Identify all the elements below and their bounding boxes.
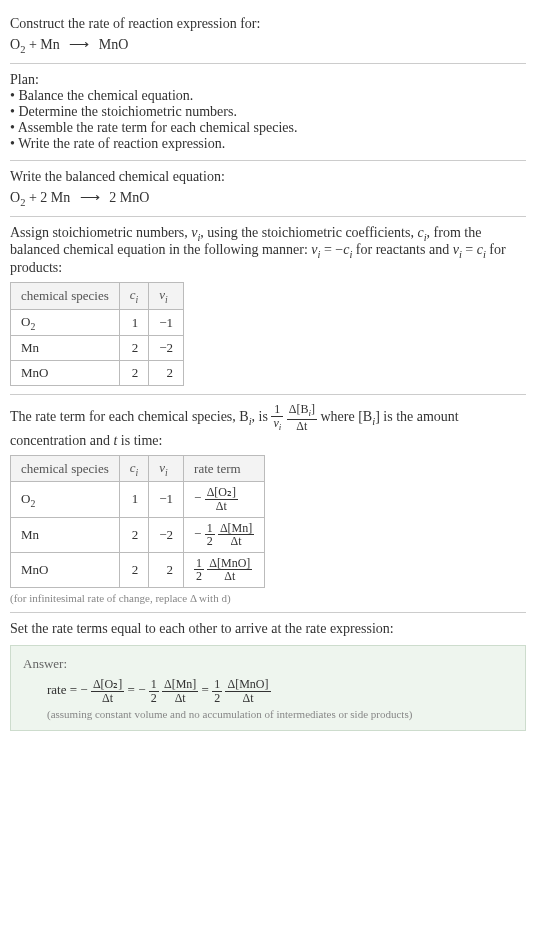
cell-species: O2 xyxy=(11,482,120,517)
rateterm-caption: (for infinitesimal rate of change, repla… xyxy=(10,592,526,604)
rateterm-table: chemical species ci νi rate term O2 1 −1… xyxy=(10,455,265,588)
reactant-o2: O2 xyxy=(10,190,25,205)
balanced-section: Write the balanced chemical equation: O2… xyxy=(10,161,526,217)
final-section: Set the rate terms equal to each other t… xyxy=(10,613,526,739)
answer-box: Answer: rate = − Δ[O₂]Δt = − 12 Δ[Mn]Δt … xyxy=(10,645,526,731)
col-species: chemical species xyxy=(11,283,120,310)
intro-section: Construct the rate of reaction expressio… xyxy=(10,8,526,64)
fraction-1-over-nu: 1 νi xyxy=(271,403,283,432)
cell-nui: −2 xyxy=(149,517,184,552)
final-heading: Set the rate terms equal to each other t… xyxy=(10,621,526,637)
cell-nui: −2 xyxy=(149,336,184,361)
cell-nui: −1 xyxy=(149,482,184,517)
table-row: Mn 2 −2 − 12 Δ[Mn]Δt xyxy=(11,517,265,552)
cell-ci: 2 xyxy=(119,517,149,552)
plus-2mn: + 2 Mn xyxy=(25,190,73,205)
cell-species: MnO xyxy=(11,552,120,587)
term-mno: Δ[MnO]Δt xyxy=(225,678,270,704)
balanced-heading: Write the balanced chemical equation: xyxy=(10,169,526,185)
cell-ci: 2 xyxy=(119,336,149,361)
cell-nui: 2 xyxy=(149,552,184,587)
fraction-dB-dt: Δ[Bi] Δt xyxy=(287,403,317,432)
stoich-table: chemical species ci νi O2 1 −1 Mn 2 −2 M… xyxy=(10,282,184,386)
plan-bullet-4: • Write the rate of reaction expression. xyxy=(10,136,526,152)
stoich-section: Assign stoichiometric numbers, νi, using… xyxy=(10,217,526,396)
product-2mno: 2 MnO xyxy=(106,190,150,205)
rate-expression: rate = − Δ[O₂]Δt = − 12 Δ[Mn]Δt = 12 Δ[M… xyxy=(23,678,513,704)
answer-title: Answer: xyxy=(23,656,513,672)
table-row: Mn 2 −2 xyxy=(11,336,184,361)
rateterm-description: The rate term for each chemical species,… xyxy=(10,403,526,448)
reaction-arrow-icon: ⟶ xyxy=(74,189,106,206)
reaction-arrow-icon: ⟶ xyxy=(63,36,95,53)
reactant-o2: O2 xyxy=(10,37,25,52)
cell-ci: 2 xyxy=(119,552,149,587)
cell-nui: −1 xyxy=(149,309,184,336)
term-o2: Δ[O₂]Δt xyxy=(91,678,124,704)
col-species: chemical species xyxy=(11,455,120,482)
intro-prompt: Construct the rate of reaction expressio… xyxy=(10,16,526,32)
table-row: O2 1 −1 − Δ[O₂]Δt xyxy=(11,482,265,517)
intro-equation: O2 + Mn ⟶ MnO xyxy=(10,36,526,55)
answer-assumption: (assuming constant volume and no accumul… xyxy=(23,708,513,720)
product-mno: MnO xyxy=(95,37,128,52)
table-row: MnO 2 2 xyxy=(11,361,184,386)
col-rate: rate term xyxy=(184,455,265,482)
rateterm-section: The rate term for each chemical species,… xyxy=(10,395,526,613)
cell-ci: 2 xyxy=(119,361,149,386)
cell-rate: 12 Δ[MnO]Δt xyxy=(184,552,265,587)
col-ci: ci xyxy=(119,283,149,310)
cell-ci: 1 xyxy=(119,309,149,336)
table-row: MnO 2 2 12 Δ[MnO]Δt xyxy=(11,552,265,587)
cell-species: MnO xyxy=(11,361,120,386)
plan-heading: Plan: xyxy=(10,72,526,88)
cell-species: Mn xyxy=(11,336,120,361)
table-header-row: chemical species ci νi rate term xyxy=(11,455,265,482)
plan-bullet-3: • Assemble the rate term for each chemic… xyxy=(10,120,526,136)
cell-rate: − 12 Δ[Mn]Δt xyxy=(184,517,265,552)
balanced-equation: O2 + 2 Mn ⟶ 2 MnO xyxy=(10,189,526,208)
coef-half-2: 12 xyxy=(212,678,222,704)
coef-half-1: 12 xyxy=(149,678,159,704)
plus-mn: + Mn xyxy=(25,37,63,52)
term-mn: Δ[Mn]Δt xyxy=(162,678,198,704)
plan-bullet-1: • Balance the chemical equation. xyxy=(10,88,526,104)
table-row: O2 1 −1 xyxy=(11,309,184,336)
col-nui: νi xyxy=(149,283,184,310)
table-header-row: chemical species ci νi xyxy=(11,283,184,310)
col-nui: νi xyxy=(149,455,184,482)
plan-bullet-2: • Determine the stoichiometric numbers. xyxy=(10,104,526,120)
plan-section: Plan: • Balance the chemical equation. •… xyxy=(10,64,526,161)
stoich-description: Assign stoichiometric numbers, νi, using… xyxy=(10,225,526,277)
cell-nui: 2 xyxy=(149,361,184,386)
cell-species: Mn xyxy=(11,517,120,552)
cell-ci: 1 xyxy=(119,482,149,517)
col-ci: ci xyxy=(119,455,149,482)
cell-species: O2 xyxy=(11,309,120,336)
cell-rate: − Δ[O₂]Δt xyxy=(184,482,265,517)
